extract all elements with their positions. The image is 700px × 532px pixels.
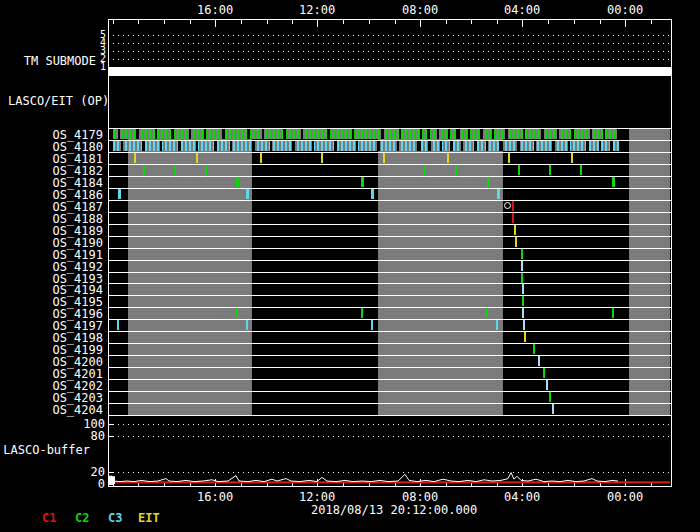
lasco-eit-planning-screen: TM SUBMODE LASCO/EIT (OP) LASCO-buffer 2… [0,0,700,532]
buffer-start-block [108,476,115,484]
buffer-fill-trace [108,473,618,482]
buffer-trace-plot [0,0,700,532]
